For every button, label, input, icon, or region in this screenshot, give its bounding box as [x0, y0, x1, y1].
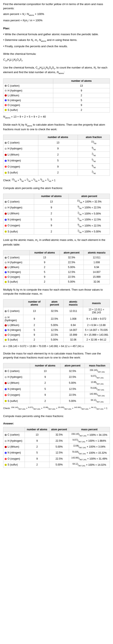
atomic-mass-cell: 1.008: [84, 260, 110, 265]
element-cell: O (oxygen): [3, 332, 23, 337]
num-atoms-cell: 2: [30, 265, 60, 270]
table-row: S (sulfur) 2 5.00% 64.12/457.241: [3, 398, 110, 404]
num-atoms-cell: 2: [30, 380, 60, 386]
table-row: O (oxygen) 9 22.5% 15.999 9 × 15.999 = 1…: [3, 332, 110, 337]
col-element-1: [3, 78, 53, 83]
table-row: N (nitrogen) 5 12.5% 70.035/457.241 × 10…: [3, 450, 110, 456]
element-cell: O (oxygen): [3, 456, 25, 462]
element-cell: N (nitrogen): [3, 158, 38, 164]
atom-percent-cell: 22.5%: [49, 456, 69, 462]
table-row: Li (lithium) 2 5.00% 6.94: [3, 265, 110, 270]
element-cell: N (nitrogen): [3, 386, 30, 392]
table-row: O (oxygen) 9 9/40: [3, 164, 110, 170]
mass-fraction-cell: 13.88/457.241: [85, 380, 110, 386]
element-cell: H (hydrogen): [3, 438, 25, 444]
plan-step-3: • Finally, compute the percents and chec…: [3, 44, 110, 48]
num-atoms-cell: 2: [53, 108, 110, 112]
num-atoms-cell: 9: [30, 274, 60, 279]
table-row: C (carbon) 13 13/40 × 100% = 32.5%: [3, 198, 110, 204]
table-row: O (oxygen) 9 9/40 × 100% = 22.5%: [3, 222, 110, 228]
element-cell: O (oxygen): [3, 222, 34, 228]
plan-step-2: • Determine values for Ni, mi, Natoms an…: [3, 38, 110, 42]
atomic-mass-cell: 15.999: [84, 274, 110, 279]
table-row: H (hydrogen) 9 22.5% 9.072/457.241 × 100…: [3, 438, 110, 444]
element-cell: S (sulfur): [3, 108, 53, 112]
table-row: O (oxygen) 9 22.5% 15.999: [3, 274, 110, 279]
table-row: Li (lithium) 2 2/40: [3, 152, 110, 158]
table-row: C (carbon) 13 32.5% 12.011: [3, 255, 110, 260]
atom-percent-cell: 2/40 × 100% = 5.00%: [69, 228, 110, 234]
num-atoms-cell: 5: [30, 270, 60, 274]
num-atoms-cell: 2: [25, 444, 49, 450]
mass-cell: 9 × 1.008 = 9.072: [83, 315, 110, 323]
col-element-2: [3, 135, 38, 140]
intro-section: Find the elemental composition for lucif…: [3, 2, 110, 23]
col-element-5: [3, 299, 23, 307]
table-row: H (hydrogen) 9 22.5% 1.008: [3, 260, 110, 265]
atomic-mass-cell: 6.94: [64, 323, 83, 328]
table-row: N (nitrogen) 5 12.5% 14.007 5 × 14.007 =…: [3, 328, 110, 332]
mass-cell: 2 × 32.06 = 64.12: [83, 337, 110, 342]
table-row: H (hydrogen) 9 22.5% 9.072/457.241: [3, 374, 110, 380]
chemical-formula: C13H9Li2N5O9S2: [3, 58, 110, 62]
table-row: H (hydrogen) 9 9/40: [3, 146, 110, 152]
num-atoms-cell: 9: [30, 260, 60, 265]
atom-fraction-cell: 2/40: [78, 170, 110, 176]
atoms-table: number of atoms C (carbon) 13 H (hydroge…: [3, 78, 110, 112]
num-atoms-cell: 2: [30, 279, 60, 284]
num-atoms-cell: 9: [30, 374, 60, 380]
num-atoms-cell: 5: [23, 328, 45, 332]
atomic-mass-cell: 15.999: [64, 332, 83, 337]
atom-percent-table-section: number of atoms atom percent C (carbon) …: [3, 194, 110, 234]
atom-fraction-cell: 9/40: [78, 164, 110, 170]
table-row: C (carbon) 13 32.5% 156.143/457.241 × 10…: [3, 432, 110, 438]
num-atoms-cell: 5: [25, 450, 49, 456]
num-atoms-cell: 5: [38, 158, 78, 164]
table-row: C (carbon) 13 32.5% 12.011 13 × 12.011 =…: [3, 307, 110, 315]
element-cell: H (hydrogen): [3, 146, 38, 152]
col-num-atoms-ans: number of atoms: [25, 427, 49, 432]
element-cell: C (carbon): [3, 140, 38, 146]
atom-percent-cell: 12.5%: [60, 270, 84, 274]
compute-atom-percent-section: Compute atom percents using the atom fra…: [3, 186, 110, 190]
num-atoms-cell: 2: [34, 228, 69, 234]
atom-percent-cell: 5/40 × 100% = 12.5%: [69, 217, 110, 222]
element-cell: O (oxygen): [3, 274, 30, 279]
num-atoms-cell: 9: [53, 88, 110, 93]
table-row: S (sulfur) 2: [3, 108, 110, 112]
table-row: C (carbon) 13 13/40: [3, 140, 110, 146]
mass-calc-table: number of atoms atom percent atomic mass…: [3, 299, 110, 342]
table-row: S (sulfur) 2 5.00% 64.12/457.241 × 100% …: [3, 462, 110, 468]
col-atom-percent-ans: atom percent: [49, 427, 69, 432]
atomic-mass-cell: 1.008: [64, 315, 83, 323]
atom-fraction-cell: 13/40: [78, 140, 110, 146]
col-num-atoms-4: number of atoms: [30, 250, 60, 255]
atom-percent-cell: 12.5%: [60, 386, 85, 392]
periodic-table-text: Look up the atomic mass, mi, in unified …: [3, 238, 110, 247]
mass-cell: 13 × 12.011 = 156.143: [83, 307, 110, 315]
answer-table: number of atoms atom percent mass percen…: [3, 427, 110, 468]
table-row: S (sulfur) 2 5.00% 32.06: [3, 279, 110, 284]
atomic-mass-cell: 12.011: [84, 255, 110, 260]
formula-label: Write the chemical formula:: [3, 52, 110, 56]
col-num-atoms-5: number of atoms: [23, 299, 45, 307]
element-cell: Li (lithium): [3, 265, 30, 270]
num-atoms-cell: 9: [38, 164, 78, 170]
element-cell: H (hydrogen): [3, 260, 30, 265]
table-row: H (hydrogen) 9 22.5% 1.008 9 × 1.008 = 9…: [3, 315, 110, 323]
col-mass-5: mass/u: [83, 299, 110, 307]
atom-percent-cell: 12.5%: [49, 450, 69, 456]
element-cell: Li (lithium): [3, 323, 23, 328]
atom-percent-cell: 32.5%: [60, 255, 84, 260]
table-row: O (oxygen) 9 22.5% 143.991/457.241: [3, 392, 110, 398]
mass-cell: 9 × 15.999 = 143.991: [83, 332, 110, 337]
atomic-mass-cell: 12.011: [64, 307, 83, 315]
col-num-atoms-1: number of atoms: [53, 78, 110, 83]
num-atoms-cell: 2: [25, 462, 49, 468]
element-cell: H (hydrogen): [3, 204, 34, 210]
table-row: N (nitrogen) 5 5/40: [3, 158, 110, 164]
intro-text: Find the elemental composition for lucif…: [3, 2, 110, 10]
n-atoms-eq: Natoms = 13 + 9 + 2 + 5 + 9 + 2 = 40: [3, 115, 110, 119]
num-atoms-cell: 2: [23, 323, 45, 328]
num-atoms-cell: 9: [34, 222, 69, 228]
